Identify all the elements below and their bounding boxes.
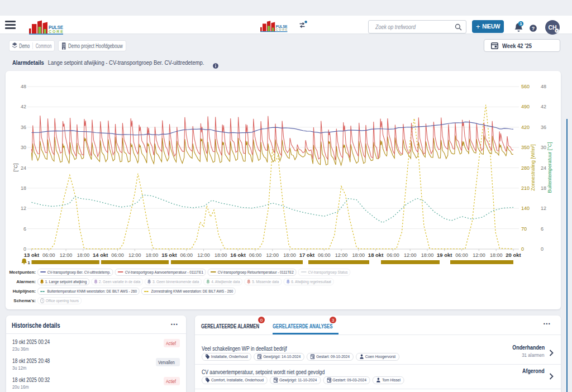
svg-text:Zonnestraling [W/m²]: Zonnestraling [W/m²] — [530, 144, 536, 191]
svg-text:280: 280 — [521, 165, 530, 171]
svg-text:12:00: 12:00 — [335, 252, 348, 258]
svg-text:12: 12 — [21, 205, 26, 211]
svg-text:13 okt: 13 okt — [24, 252, 40, 258]
svg-text:42: 42 — [21, 104, 26, 109]
svg-text:06:00: 06:00 — [455, 252, 468, 258]
svg-text:30: 30 — [541, 145, 546, 150]
svg-text:[°C]: [°C] — [13, 163, 18, 171]
svg-text:350: 350 — [521, 145, 530, 150]
svg-text:12:00: 12:00 — [128, 252, 141, 258]
svg-text:12:00: 12:00 — [473, 252, 485, 258]
svg-text:18:00: 18:00 — [214, 252, 227, 258]
svg-text:06:00: 06:00 — [42, 252, 55, 258]
svg-text:20 okt: 20 okt — [506, 252, 521, 258]
svg-text:18:00: 18:00 — [421, 252, 434, 258]
svg-text:C O R E: C O R E — [276, 28, 288, 31]
svg-text:24: 24 — [21, 165, 26, 171]
svg-text:14 okt: 14 okt — [93, 252, 108, 258]
svg-text:18:00: 18:00 — [146, 252, 159, 258]
svg-text:560: 560 — [521, 84, 530, 89]
svg-text:12:00: 12:00 — [404, 252, 417, 258]
svg-text:12:00: 12:00 — [266, 252, 279, 258]
svg-text:12: 12 — [541, 205, 546, 211]
svg-text:0: 0 — [541, 246, 544, 252]
svg-text:06:00: 06:00 — [387, 252, 399, 258]
svg-text:36: 36 — [21, 125, 26, 130]
svg-text:18:00: 18:00 — [283, 252, 296, 258]
svg-text:06:00: 06:00 — [111, 252, 124, 258]
svg-text:210: 210 — [521, 185, 530, 191]
svg-text:06:00: 06:00 — [318, 252, 331, 258]
svg-text:16 okt: 16 okt — [230, 252, 246, 258]
svg-text:12:00: 12:00 — [197, 252, 210, 258]
svg-text:18:00: 18:00 — [352, 252, 365, 258]
svg-text:6: 6 — [23, 226, 26, 232]
svg-text:48: 48 — [541, 84, 546, 89]
svg-text:70: 70 — [521, 226, 527, 232]
svg-text:18: 18 — [541, 185, 546, 191]
svg-text:18:00: 18:00 — [490, 252, 503, 258]
svg-text:6: 6 — [541, 226, 544, 232]
svg-text:18: 18 — [21, 185, 26, 191]
svg-text:36: 36 — [541, 125, 546, 130]
svg-text:48: 48 — [21, 84, 26, 89]
svg-text:19 okt: 19 okt — [437, 252, 452, 258]
svg-text:140: 140 — [521, 205, 530, 211]
svg-text:18 okt: 18 okt — [368, 252, 384, 258]
svg-text:?: ? — [532, 26, 535, 31]
svg-text:0: 0 — [521, 246, 524, 252]
svg-text:15 okt: 15 okt — [161, 252, 177, 258]
svg-text:490: 490 — [521, 104, 530, 109]
svg-text:17 okt: 17 okt — [299, 252, 315, 258]
svg-text:0: 0 — [23, 246, 26, 252]
svg-text:Buitentemperatuur [°C]: Buitentemperatuur [°C] — [547, 142, 552, 193]
svg-text:12:00: 12:00 — [60, 252, 73, 258]
svg-text:24: 24 — [541, 165, 546, 171]
svg-text:18:00: 18:00 — [77, 252, 90, 258]
svg-text:42: 42 — [541, 104, 546, 109]
svg-text:420: 420 — [521, 125, 530, 130]
svg-text:06:00: 06:00 — [180, 252, 193, 258]
svg-text:06:00: 06:00 — [249, 252, 262, 258]
svg-text:30: 30 — [21, 145, 26, 150]
svg-text:1: 1 — [519, 21, 522, 26]
svg-text:C O R E: C O R E — [49, 30, 63, 34]
svg-text:1: 1 — [28, 260, 30, 265]
